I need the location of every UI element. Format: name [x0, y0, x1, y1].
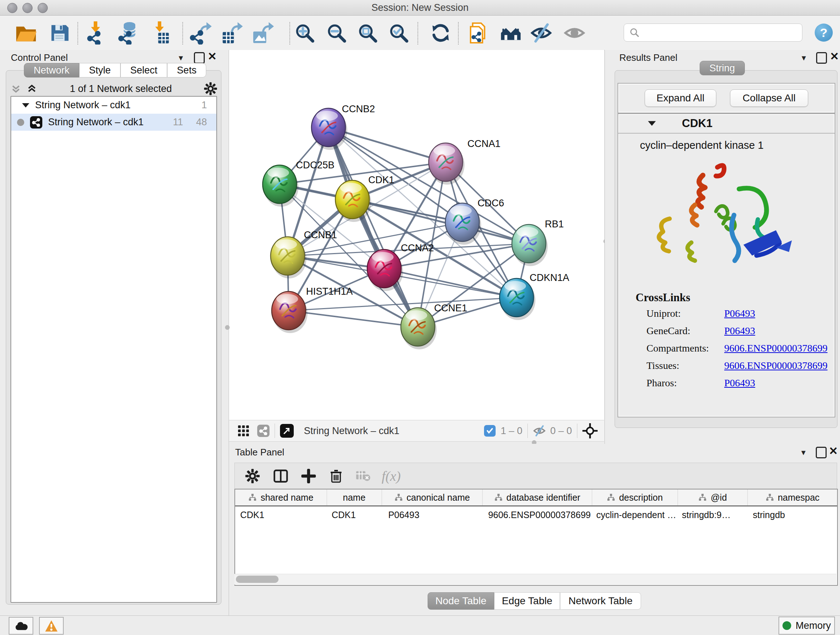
tab-string[interactable]: String — [699, 61, 745, 75]
float-panel-button[interactable]: ▼ — [177, 54, 185, 62]
add-column-icon[interactable] — [302, 469, 316, 483]
cell-id[interactable]: stringdb:9… — [677, 507, 748, 523]
cell-shared-name[interactable]: CDK1 — [235, 507, 327, 523]
zoom-in-button[interactable] — [292, 20, 317, 46]
network-view: CCNB2CCNA1CDC25BCDK1CDC6RB1CCNB1CCNA2CDK… — [229, 50, 604, 420]
network-node-RB1[interactable] — [512, 225, 548, 266]
column-header[interactable]: database identifier — [483, 489, 592, 505]
network-collection-row[interactable]: String Network – cdk1 1 — [11, 97, 216, 114]
column-header[interactable]: canonical name — [382, 489, 483, 505]
birds-eye-view-icon[interactable] — [583, 423, 598, 439]
tab-style[interactable]: Style — [79, 63, 120, 78]
network-node-CCNE1[interactable] — [401, 308, 437, 349]
new-network-from-selection-button[interactable] — [466, 20, 492, 46]
network-node-CCNA1[interactable] — [429, 143, 464, 185]
apply-layout-button[interactable] — [428, 20, 454, 46]
memory-button[interactable]: Memory — [778, 616, 835, 635]
gear-icon[interactable] — [204, 82, 218, 96]
network-edge-CCNA2-CDKN1A[interactable] — [384, 269, 516, 298]
warnings-button[interactable] — [39, 617, 64, 635]
zoom-selected-button[interactable] — [386, 20, 412, 46]
collapse-all-button[interactable]: Collapse All — [730, 89, 808, 107]
column-type-icon — [766, 493, 774, 502]
tab-network[interactable]: Network — [24, 63, 79, 78]
network-edge-CCNB2-CCNE1[interactable] — [328, 127, 418, 327]
network-node-CDC25B[interactable] — [263, 165, 298, 207]
cell-namespace[interactable]: stringdb — [748, 507, 837, 523]
column-header[interactable]: description — [592, 489, 678, 505]
open-in-browser-icon[interactable] — [280, 424, 294, 438]
cloud-status-button[interactable] — [9, 617, 33, 635]
import-table-button[interactable] — [148, 20, 174, 46]
node-label-CCNE1: CCNE1 — [434, 302, 467, 314]
tree-expander-icon[interactable] — [21, 102, 30, 109]
network-node-CDK1[interactable] — [335, 180, 371, 222]
help-button[interactable]: ? — [815, 24, 833, 42]
crosslink-uniprot[interactable]: P06493 — [724, 308, 835, 319]
selected-checkbox-icon[interactable] — [484, 425, 496, 437]
network-node-CDKN1A[interactable] — [500, 279, 535, 320]
gene-card-header[interactable]: CDK1 — [618, 114, 835, 134]
maximize-panel-button[interactable] — [816, 447, 827, 458]
close-panel-button[interactable]: ✕ — [829, 447, 838, 456]
save-session-button[interactable] — [46, 20, 73, 46]
network-row[interactable]: String Network – cdk1 11 48 — [11, 114, 216, 131]
tab-edge-table[interactable]: Edge Table — [494, 592, 560, 610]
crosslink-genecard[interactable]: P06493 — [724, 325, 835, 337]
expand-all-icon[interactable] — [26, 83, 38, 94]
close-panel-button[interactable]: ✕ — [208, 52, 217, 61]
first-neighbors-button[interactable] — [498, 20, 524, 46]
network-canvas[interactable]: CCNB2CCNA1CDC25BCDK1CDC6RB1CCNB1CCNA2CDK… — [229, 50, 604, 420]
export-network-button[interactable] — [188, 20, 214, 46]
tab-select[interactable]: Select — [120, 63, 167, 78]
float-panel-button[interactable]: ▼ — [800, 449, 807, 456]
zoom-fit-button[interactable] — [355, 20, 381, 46]
crosslink-compartments[interactable]: 9606.ENSP00000378699 — [724, 342, 835, 354]
grid-view-icon[interactable] — [237, 424, 250, 437]
left-splitter-handle[interactable] — [225, 325, 230, 330]
show-all-button[interactable] — [561, 20, 587, 46]
network-node-HIST1H1A[interactable] — [272, 291, 308, 333]
cell-name[interactable]: CDK1 — [327, 507, 383, 523]
open-session-button[interactable] — [13, 20, 39, 46]
crosslink-label: Tissues: — [646, 360, 724, 371]
table-panel-title: Table Panel — [235, 447, 284, 458]
network-node-CCNB2[interactable] — [311, 108, 347, 150]
column-header[interactable]: namespac — [748, 489, 837, 505]
scrollbar-thumb[interactable] — [236, 576, 279, 583]
tab-sets[interactable]: Sets — [167, 63, 206, 78]
column-header[interactable]: shared name — [235, 489, 327, 505]
import-network-button[interactable] — [84, 20, 110, 46]
collapse-all-icon[interactable] — [10, 83, 22, 94]
float-panel-button[interactable]: ▼ — [800, 54, 807, 62]
zoom-out-button[interactable] — [324, 20, 349, 46]
cell-description[interactable]: cyclin-dependent … — [591, 507, 677, 523]
tab-node-table[interactable]: Node Table — [428, 592, 494, 610]
delete-column-icon[interactable] — [329, 469, 343, 483]
crosslink-pharos[interactable]: P06493 — [724, 377, 835, 389]
column-type-icon — [394, 493, 403, 502]
export-image-button[interactable] — [250, 20, 276, 46]
import-network-from-database-button[interactable] — [116, 20, 142, 46]
maximize-panel-button[interactable] — [194, 52, 205, 64]
close-panel-button[interactable]: ✕ — [830, 52, 839, 61]
collapse-section-icon[interactable] — [647, 119, 657, 127]
cell-canonical-name[interactable]: P06493 — [383, 507, 483, 523]
network-node-CCNA2[interactable] — [367, 249, 403, 291]
maximize-panel-button[interactable] — [816, 52, 827, 64]
column-header[interactable]: name — [327, 489, 382, 505]
table-row[interactable]: CDK1 CDK1 P06493 9606.ENSP00000378699 cy… — [235, 507, 837, 523]
table-gear-icon[interactable] — [245, 469, 260, 484]
expand-all-button[interactable]: Expand All — [645, 89, 716, 107]
export-table-button[interactable] — [219, 20, 245, 46]
network-edge-HIST1H1A-CCNE1[interactable] — [289, 310, 418, 327]
table-horizontal-scrollbar[interactable] — [234, 574, 836, 585]
node-label-CCNA2: CCNA2 — [401, 242, 434, 253]
search-input[interactable] — [644, 27, 799, 39]
show-columns-icon[interactable] — [273, 469, 288, 484]
cell-database-identifier[interactable]: 9606.ENSP00000378699 — [483, 507, 591, 523]
crosslink-tissues[interactable]: 9606.ENSP00000378699 — [724, 360, 835, 371]
column-header[interactable]: @id — [678, 489, 748, 505]
tab-network-table[interactable]: Network Table — [560, 592, 641, 610]
hide-selected-button[interactable] — [528, 20, 554, 46]
